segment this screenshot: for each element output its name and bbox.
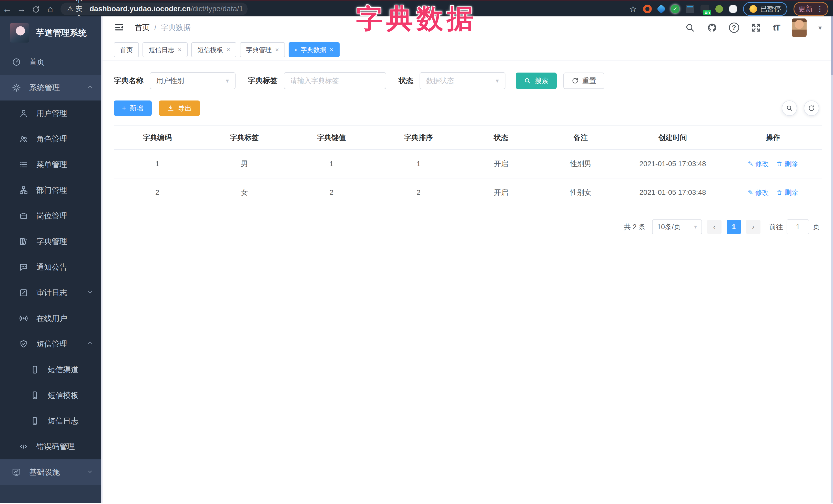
delete-button[interactable]: 删除 — [776, 188, 798, 197]
extension-kite-icon[interactable] — [657, 4, 666, 14]
sidebar-item-label: 用户管理 — [37, 108, 67, 119]
status-label: 状态 — [399, 76, 413, 86]
trash-icon — [776, 189, 783, 196]
jump-prefix: 前往 — [769, 222, 783, 232]
col-header: 字典排序 — [375, 125, 462, 149]
breadcrumb-home[interactable]: 首页 — [135, 23, 150, 33]
browser-reload-icon[interactable] — [29, 4, 43, 14]
add-button[interactable]: + 新增 — [114, 100, 152, 116]
cell-created: 2021-01-05 17:03:48 — [621, 178, 724, 207]
paused-label: 已暂停 — [760, 4, 781, 14]
delete-label: 删除 — [785, 188, 798, 197]
sidebar-item-online-users[interactable]: 在线用户 — [0, 306, 102, 331]
toolbar: + 新增 导出 — [114, 100, 822, 116]
sidebar-item-label: 短信模板 — [48, 390, 78, 401]
page-size-select[interactable]: 10条/页 ▾ — [652, 219, 702, 234]
close-icon[interactable]: × — [275, 46, 279, 53]
dict-label-input[interactable]: 请输入字典标签 — [284, 72, 386, 89]
extensions-puzzle-icon[interactable] — [729, 5, 737, 13]
cell-sort: 2 — [375, 178, 462, 207]
sidebar-item-role-mgmt[interactable]: 角色管理 — [0, 126, 102, 152]
sidebar-item-sms-mgmt[interactable]: 短信管理 — [0, 331, 102, 357]
sidebar-item-sms-channel[interactable]: 短信渠道 — [0, 357, 102, 383]
dict-label-label: 字典标签 — [248, 76, 278, 86]
close-icon[interactable]: × — [227, 46, 230, 53]
row-actions: ✎修改 删除 — [724, 160, 822, 168]
tab-home[interactable]: 首页 — [114, 42, 139, 57]
sidebar-item-audit-log[interactable]: 审计日志 — [0, 280, 102, 306]
add-button-label: 新增 — [130, 103, 144, 113]
jump-suffix: 页 — [813, 222, 820, 232]
mobile-icon — [30, 416, 40, 426]
sidebar-item-sms-template[interactable]: 短信模板 — [0, 383, 102, 408]
close-icon[interactable]: × — [178, 46, 182, 53]
sidebar-item-sms-log[interactable]: 短信日志 — [0, 408, 102, 434]
sidebar-item-dict-mgmt[interactable]: 字典管理 — [0, 229, 102, 254]
extension-green-icon[interactable] — [715, 5, 723, 13]
close-icon[interactable]: × — [330, 46, 333, 53]
font-size-icon[interactable]: tT — [773, 23, 780, 32]
sidebar-item-label: 短信管理 — [37, 339, 67, 350]
logo[interactable]: 芋道管理系统 — [0, 17, 102, 49]
avatar[interactable] — [792, 19, 807, 37]
extension-on-icon[interactable]: on — [700, 5, 709, 13]
browser-forward-icon[interactable]: → — [14, 4, 29, 14]
reset-button[interactable]: 重置 — [563, 73, 604, 89]
chevron-down-icon: ▾ — [496, 77, 499, 85]
sidebar-item-user-mgmt[interactable]: 用户管理 — [0, 100, 102, 126]
delete-button[interactable]: 删除 — [776, 160, 798, 168]
avatar-caret-icon[interactable]: ▾ — [818, 24, 822, 32]
content: 字典名称 用户性别 ▾ 字典标签 请输入字典标签 状态 数据状态 ▾ — [102, 61, 833, 234]
page-jump: 前往 1 页 — [769, 219, 820, 234]
paused-pill[interactable]: 已暂停 — [743, 2, 787, 16]
show-search-button[interactable] — [782, 100, 797, 116]
url-text[interactable]: dashboard.yudao.iocoder.cn/dict/type/dat… — [90, 5, 243, 13]
fullscreen-icon[interactable] — [751, 23, 761, 33]
update-pill[interactable]: 更新 ⋮ — [793, 2, 828, 16]
sidebar-item-label: 首页 — [29, 57, 45, 67]
sidebar-item-post-mgmt[interactable]: 岗位管理 — [0, 203, 102, 229]
tab-sms-template[interactable]: 短信模板× — [191, 42, 236, 57]
edit-button[interactable]: ✎修改 — [748, 188, 769, 197]
sidebar-item-label: 通知公告 — [37, 262, 67, 272]
sidebar-item-dept-mgmt[interactable]: 部门管理 — [0, 177, 102, 203]
sidebar-item-system[interactable]: 系统管理 — [0, 75, 102, 100]
sidebar-item-infra[interactable]: 基础设施 — [0, 459, 102, 485]
extension-check-icon[interactable]: ✓ — [671, 5, 680, 13]
sidebar-item-home[interactable]: 首页 — [0, 49, 102, 75]
browser-back-icon[interactable]: ← — [0, 4, 14, 14]
page-scrollbar[interactable] — [831, 17, 833, 503]
tab-dict-data[interactable]: ●字典数据× — [289, 42, 339, 57]
refresh-table-button[interactable] — [804, 100, 819, 116]
help-icon[interactable]: ? — [729, 23, 739, 33]
bookmark-star-icon[interactable]: ☆ — [629, 4, 637, 14]
status-select[interactable]: 数据状态 ▾ — [420, 72, 505, 89]
edit-button[interactable]: ✎修改 — [748, 160, 769, 168]
sidebar-item-menu-mgmt[interactable]: 菜单管理 — [0, 152, 102, 177]
export-button[interactable]: 导出 — [159, 100, 200, 116]
extension-orange-icon[interactable] — [643, 5, 652, 13]
current-page[interactable]: 1 — [727, 220, 741, 234]
search-icon[interactable] — [685, 23, 695, 33]
github-icon[interactable] — [707, 23, 717, 33]
prev-page-button[interactable]: ‹ — [707, 220, 721, 234]
jump-input[interactable]: 1 — [787, 219, 809, 234]
code-icon — [19, 442, 28, 451]
address-bar[interactable]: ⚠ 不安全 dashboard.yudao.iocoder.cn/dict/ty… — [61, 3, 247, 16]
tab-sms-log[interactable]: 短信日志× — [143, 42, 188, 57]
browser-home-icon[interactable]: ⌂ — [43, 4, 57, 14]
kebab-menu-icon[interactable]: ⋮ — [816, 5, 824, 13]
next-page-button[interactable]: › — [746, 220, 760, 234]
tab-dict-mgmt[interactable]: 字典管理× — [240, 42, 285, 57]
sidebar-collapse-icon[interactable] — [114, 22, 124, 33]
user-icon — [19, 109, 28, 118]
sidebar-item-label: 岗位管理 — [37, 211, 67, 221]
dict-name-select[interactable]: 用户性别 ▾ — [150, 72, 236, 89]
mobile-icon — [30, 391, 40, 400]
search-button[interactable]: 搜索 — [516, 73, 557, 89]
extension-sliders-icon[interactable] — [686, 5, 694, 13]
sidebar-item-errcode-mgmt[interactable]: 错误码管理 — [0, 434, 102, 459]
scrollbar-thumb[interactable] — [831, 17, 833, 75]
sidebar-item-notice[interactable]: 通知公告 — [0, 254, 102, 280]
sidebar-item-label: 错误码管理 — [37, 441, 75, 452]
